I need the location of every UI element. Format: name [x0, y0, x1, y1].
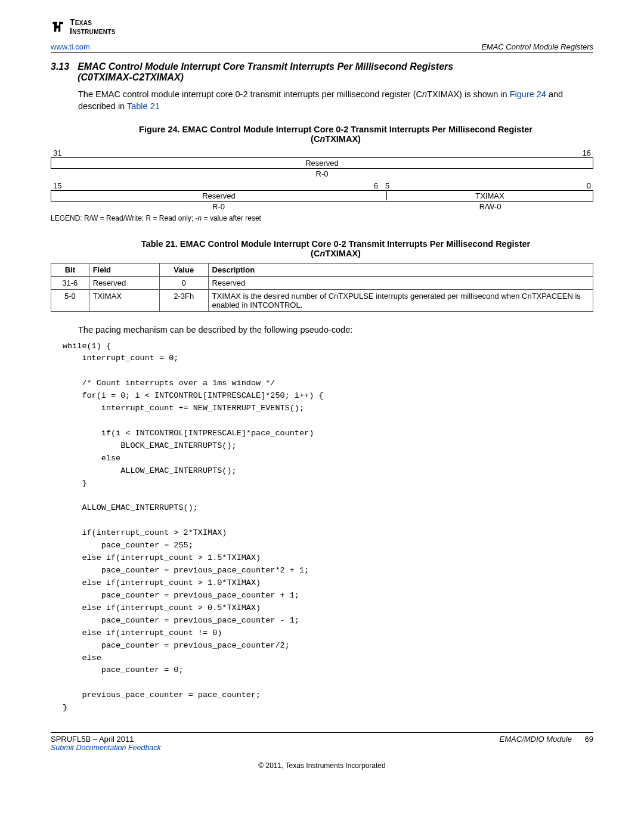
table-header-row: Bit Field Value Description	[51, 263, 593, 276]
header-url-link[interactable]: www.ti.com	[51, 42, 90, 51]
bit-5: 5	[382, 181, 403, 190]
td-field: TXIMAX	[89, 289, 159, 311]
footer-page-number: 69	[585, 735, 593, 744]
reg-tximax-field: TXIMAX	[387, 191, 593, 200]
td-description: TXIMAX is the desired number of CnTXPULS…	[208, 289, 593, 311]
register-legend: LEGEND: R/W = Read/Write; R = Read only;…	[51, 214, 593, 222]
th-value: Value	[159, 263, 208, 276]
th-bit: Bit	[51, 263, 89, 276]
bit-16: 16	[583, 148, 591, 157]
td-value: 2-3Fh	[159, 289, 208, 311]
pseudo-code-block: while(1) { interrupt_count = 0; /* Count…	[63, 340, 593, 715]
footer-docid: SPRUFL5B – April 2011	[51, 735, 134, 744]
copyright: © 2011, Texas Instruments Incorporated	[51, 761, 593, 770]
figure-caption: Figure 24. EMAC Control Module Interrupt…	[78, 125, 593, 144]
page-header: www.ti.com EMAC Control Module Registers	[51, 42, 593, 53]
footer-row: SPRUFL5B – April 2011 EMAC/MDIO Module 6…	[51, 735, 593, 744]
td-description: Reserved	[208, 276, 593, 289]
th-description: Description	[208, 263, 593, 276]
section-number: 3.13	[51, 61, 69, 83]
reg-reserved-15-6: Reserved	[51, 191, 387, 200]
table-row: 5-0 TXIMAX 2-3Fh TXIMAX is the desired n…	[51, 289, 593, 311]
ti-logo-icon	[51, 18, 67, 35]
section-heading: 3.13 EMAC Control Module Interrupt Core …	[51, 61, 593, 83]
table-21-link[interactable]: Table 21	[127, 101, 160, 111]
reg-rw-5-0: R/W-0	[387, 202, 593, 211]
th-field: Field	[89, 263, 159, 276]
td-value: 0	[159, 276, 208, 289]
bit-0: 0	[403, 181, 593, 190]
figure-24-link[interactable]: Figure 24	[510, 89, 546, 99]
logo-text: Texas Instruments	[70, 18, 116, 35]
td-field: Reserved	[89, 276, 159, 289]
register-diagram: 31 16 Reserved R-0 15 6 5 0 Reserved TXI…	[51, 148, 593, 212]
td-bit: 31-6	[51, 276, 89, 289]
footer-rule	[51, 732, 593, 733]
td-bit: 5-0	[51, 289, 89, 311]
reg-rw-15-6: R-0	[51, 202, 387, 211]
table-caption: Table 21. EMAC Control Module Interrupt …	[78, 239, 593, 258]
pseudo-code-intro: The pacing mechanism can be described by…	[78, 325, 593, 335]
submit-feedback-link[interactable]: Submit Documentation Feedback	[51, 744, 161, 752]
table-row: 31-6 Reserved 0 Reserved	[51, 276, 593, 289]
bit-15: 15	[51, 181, 67, 190]
intro-paragraph: The EMAC control module interrupt core 0…	[78, 89, 593, 112]
section-title: EMAC Control Module Interrupt Core Trans…	[78, 61, 453, 83]
header-chapter: EMAC Control Module Registers	[481, 42, 593, 51]
logo: Texas Instruments	[51, 18, 593, 35]
bit-6: 6	[67, 181, 382, 190]
reg-rw-31-16: R-0	[51, 169, 593, 178]
field-description-table: Bit Field Value Description 31-6 Reserve…	[51, 263, 593, 312]
bit-31: 31	[53, 148, 61, 157]
reg-reserved-31-16: Reserved	[51, 159, 593, 168]
footer-module: EMAC/MDIO Module	[500, 735, 572, 744]
